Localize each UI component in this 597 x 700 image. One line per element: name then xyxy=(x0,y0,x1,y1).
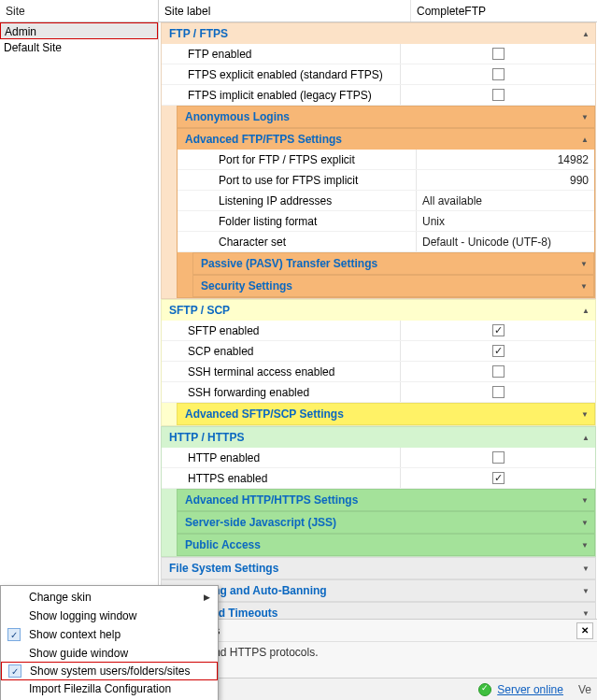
section-limits[interactable]: Limits and Timeouts ▼ xyxy=(162,603,595,619)
expand-icon: ▼ xyxy=(581,541,589,550)
section-title: Anonymous Logins xyxy=(185,110,290,123)
check-icon: ✓ xyxy=(7,628,21,641)
expand-icon: ▼ xyxy=(582,587,590,595)
menu-import-filezilla[interactable]: Import Filezilla Configuration xyxy=(1,679,218,698)
expand-icon: ▼ xyxy=(581,496,589,505)
section-title: Security Settings xyxy=(201,279,292,293)
section-adv-http[interactable]: Advanced HTTP/HTTPS Settings ▼ xyxy=(178,490,594,510)
section-title: FTP / FTPS xyxy=(169,27,228,40)
port-ftp-explicit-field[interactable]: 14982 xyxy=(417,150,594,169)
port-ftps-implicit-field[interactable]: 990 xyxy=(417,170,594,190)
collapse-icon: ▲ xyxy=(582,30,590,38)
section-title: Advanced HTTP/HTTPS Settings xyxy=(185,493,358,507)
section-public-access[interactable]: Public Access ▼ xyxy=(178,535,594,555)
site-item-default[interactable]: Default Site xyxy=(0,39,158,56)
property-panel: Site label CompleteFTP FTP / FTPS ▲ FTP … xyxy=(159,0,597,700)
menu-show-context-help[interactable]: ✓ Show context help xyxy=(1,625,218,644)
help-body: e HTTP and HTTPS protocols. xyxy=(159,642,597,678)
row-label: Port for FTP / FTPS explicit xyxy=(178,150,417,169)
ftp-enabled-checkbox[interactable] xyxy=(492,48,505,60)
row-label: FTP enabled xyxy=(162,44,401,64)
section-title: File System Settings xyxy=(169,562,278,575)
menu-change-skin[interactable]: Change skin ▶ xyxy=(1,588,218,607)
section-title: Server-side Javascript (JSS) xyxy=(185,516,336,529)
section-title: HTTP / HTTPS xyxy=(169,431,244,444)
row-label: Port to use for FTPS implicit xyxy=(178,170,417,190)
row-label: HTTP enabled xyxy=(162,448,401,467)
status-online-icon xyxy=(478,683,491,696)
menu-show-guide[interactable]: Show guide window xyxy=(1,644,218,663)
row-label: FTPS explicit enabled (standard FTPS) xyxy=(162,64,401,84)
section-sftp[interactable]: SFTP / SCP ▲ xyxy=(162,300,595,321)
context-menu: Change skin ▶ Show logging window ✓ Show… xyxy=(0,585,219,700)
expand-icon: ▼ xyxy=(580,282,588,291)
expand-icon: ▼ xyxy=(581,519,589,527)
menu-show-system-users[interactable]: ✓ Show system users/folders/sites xyxy=(1,662,218,680)
section-jss[interactable]: Server-side Javascript (JSS) ▼ xyxy=(178,512,594,533)
server-status-link[interactable]: Server online xyxy=(497,683,563,696)
site-panel-header: Site xyxy=(0,0,158,22)
collapse-icon: ▲ xyxy=(582,434,590,442)
section-security[interactable]: Security Settings ▼ xyxy=(193,276,593,296)
ssh-forwarding-checkbox[interactable] xyxy=(492,386,505,398)
section-adv-sftp[interactable]: Advanced SFTP/SCP Settings ▼ xyxy=(178,404,594,424)
scp-enabled-checkbox[interactable]: ✓ xyxy=(492,345,505,357)
ftps-implicit-checkbox[interactable] xyxy=(492,89,505,101)
http-enabled-checkbox[interactable] xyxy=(492,451,505,464)
property-header-label: Site label xyxy=(159,0,411,21)
section-title: Advanced FTP/FTPS Settings xyxy=(185,133,342,146)
collapse-icon: ▲ xyxy=(582,307,590,315)
row-label: Character set xyxy=(178,232,417,251)
row-label: HTTPS enabled xyxy=(162,468,401,488)
section-title: Advanced SFTP/SCP Settings xyxy=(185,407,344,421)
row-label: Folder listing format xyxy=(178,211,417,231)
row-label: SSH terminal access enabled xyxy=(162,362,401,381)
row-label: SFTP enabled xyxy=(162,321,401,340)
folder-listing-field[interactable]: Unix xyxy=(417,211,594,231)
expand-icon: ▼ xyxy=(581,410,589,419)
charset-field[interactable]: Default - Unicode (UTF-8) xyxy=(417,232,594,251)
row-label: SSH forwarding enabled xyxy=(162,382,401,402)
section-anon-logins[interactable]: Anonymous Logins ▼ xyxy=(178,107,594,127)
section-http[interactable]: HTTP / HTTPS ▲ xyxy=(162,427,595,448)
close-help-button[interactable]: ✕ xyxy=(576,622,593,639)
section-file-system[interactable]: File System Settings ▼ xyxy=(162,558,595,579)
help-panel: S settings ✕ e HTTP and HTTPS protocols. xyxy=(159,619,597,678)
section-title: SFTP / SCP xyxy=(169,304,230,317)
https-enabled-checkbox[interactable]: ✓ xyxy=(492,472,505,484)
expand-icon: ▼ xyxy=(582,609,590,618)
menu-show-logging[interactable]: Show logging window xyxy=(1,607,218,625)
section-pasv[interactable]: Passive (PASV) Transfer Settings ▼ xyxy=(193,253,593,274)
row-label: FTPS implicit enabled (legacy FTPS) xyxy=(162,85,401,105)
section-adv-ftp[interactable]: Advanced FTP/FTPS Settings ▲ xyxy=(178,129,594,150)
section-ip-filtering[interactable]: IP Filtering and Auto-Banning ▼ xyxy=(162,580,595,601)
check-icon: ✓ xyxy=(8,664,21,678)
expand-icon: ▼ xyxy=(580,260,588,268)
collapse-icon: ▲ xyxy=(581,136,589,144)
ssh-terminal-checkbox[interactable] xyxy=(492,365,505,378)
submenu-arrow-icon: ▶ xyxy=(204,593,210,602)
row-label: SCP enabled xyxy=(162,341,401,361)
ftps-explicit-checkbox[interactable] xyxy=(492,68,505,80)
section-title: Passive (PASV) Transfer Settings xyxy=(201,257,377,270)
expand-icon: ▼ xyxy=(581,113,589,121)
site-item-admin[interactable]: Admin xyxy=(0,22,158,39)
status-tail: Ve xyxy=(578,683,591,696)
listening-ip-field[interactable]: All available xyxy=(417,191,594,210)
status-bar: Server online Ve xyxy=(159,678,597,700)
section-ftp[interactable]: FTP / FTPS ▲ xyxy=(162,23,595,44)
row-label: Listening IP addresses xyxy=(178,191,417,210)
sftp-enabled-checkbox[interactable]: ✓ xyxy=(492,324,505,336)
expand-icon: ▼ xyxy=(582,564,590,573)
property-header-value[interactable]: CompleteFTP xyxy=(411,0,597,21)
section-title: Public Access xyxy=(185,538,261,551)
